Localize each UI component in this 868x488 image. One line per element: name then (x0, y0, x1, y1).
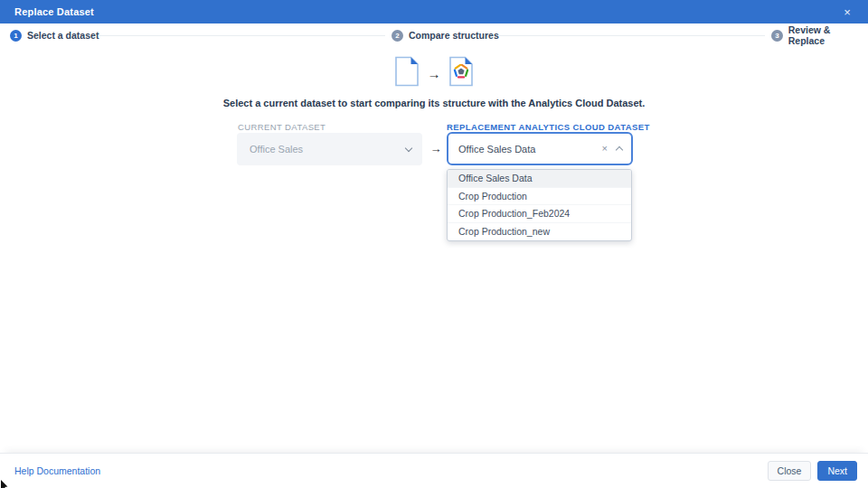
chevron-up-icon[interactable] (616, 146, 623, 154)
dialog-title: Replace Dataset (14, 6, 94, 17)
replacement-dataset-dropdown: Office Sales Data Crop Production Crop P… (447, 169, 632, 241)
step-connector (90, 35, 385, 36)
dropdown-option[interactable]: Crop Production_Feb2024 (448, 205, 631, 223)
current-dataset-select[interactable]: Office Sales (237, 133, 422, 165)
step-number-badge: 1 (10, 30, 22, 42)
current-dataset-label: CURRENT DATASET (238, 122, 326, 132)
dataset-document-icon (449, 56, 474, 90)
step-number-badge: 3 (771, 30, 783, 42)
dropdown-option[interactable]: Crop Production (448, 188, 631, 206)
close-icon[interactable]: × (835, 0, 859, 23)
step-connector (477, 35, 765, 36)
dropdown-option[interactable]: Office Sales Data (448, 170, 631, 188)
arrow-right-icon: → (425, 142, 447, 155)
dialog-footer: Help Documentation Close Next (0, 453, 868, 488)
help-documentation-link[interactable]: Help Documentation (14, 465, 100, 476)
wizard-step-bar: 1 Select a dataset 2 Compare structures … (0, 23, 868, 47)
replace-dataset-dialog: Replace Dataset × 1 Select a dataset 2 C… (0, 0, 868, 488)
step-label: Compare structures (409, 30, 499, 41)
replacement-dataset-combobox[interactable]: Office Sales Data × (447, 132, 633, 165)
replacement-dataset-label: REPLACEMENT ANALYTICS CLOUD DATASET (447, 122, 650, 132)
replacement-dataset-value: Office Sales Data (458, 144, 602, 155)
step-compare-structures[interactable]: 2 Compare structures (392, 23, 499, 47)
current-dataset-value: Office Sales (250, 144, 406, 155)
mouse-cursor-icon (0, 478, 9, 488)
dataset-transition-graphic: → (395, 56, 474, 90)
chevron-down-icon (405, 144, 412, 151)
step-review-replace[interactable]: 3 Review & Replace (771, 23, 868, 47)
clear-icon[interactable]: × (602, 144, 608, 154)
arrow-right-icon: → (428, 67, 441, 80)
step-select-dataset[interactable]: 1 Select a dataset (10, 23, 99, 47)
instruction-text: Select a current dataset to start compar… (0, 98, 868, 108)
dialog-header: Replace Dataset × (0, 0, 868, 23)
footer-buttons: Close Next (768, 461, 857, 481)
next-button[interactable]: Next (817, 461, 857, 481)
dropdown-option[interactable]: Crop Production_new (448, 223, 631, 241)
step-label: Select a dataset (27, 30, 99, 41)
blank-document-icon (395, 56, 420, 90)
close-button[interactable]: Close (768, 461, 812, 481)
step-label: Review & Replace (788, 24, 868, 46)
step-number-badge: 2 (392, 30, 403, 42)
